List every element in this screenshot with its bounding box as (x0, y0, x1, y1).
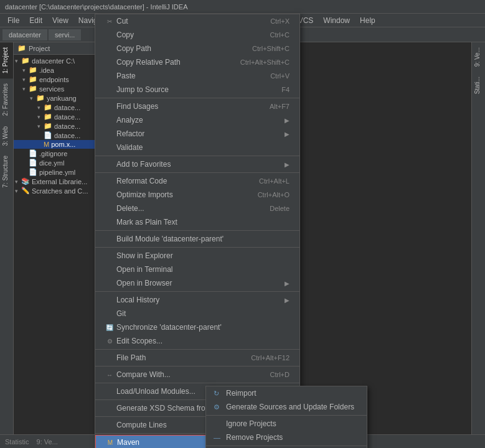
cm-copy-label: Copy (116, 30, 134, 39)
folder-icon: 📁 (29, 75, 37, 83)
folder-icon: 📁 (21, 57, 30, 65)
tree-label: yankuang (47, 95, 77, 102)
msub-gen-sources[interactable]: ⚙ Generate Sources and Update Folders (206, 400, 367, 414)
right-tab-statistic[interactable]: Stati... (472, 72, 485, 99)
cm-compare-shortcut: Ctrl+D (270, 371, 290, 378)
scratches-icon: ✏️ (21, 187, 30, 195)
cm-filepath-label: File Path (116, 353, 146, 362)
msub-reimport-label: Reimport (226, 389, 257, 398)
cm-mark-plain[interactable]: Mark as Plain Text (95, 215, 299, 229)
cm-copy-shortcut: Ctrl+C (270, 31, 290, 39)
cm-browser-label: Open in Browser (116, 279, 172, 287)
cm-open-browser[interactable]: Open in Browser ▶ (95, 276, 299, 290)
right-sidebar-tabs: 9: Ve... Stati... (471, 42, 485, 448)
cm-add-favorites[interactable]: Add to Favorites ▶ (95, 157, 299, 171)
sidebar-tab-project[interactable]: 1: Project (0, 42, 13, 78)
maven-menu-icon: M (106, 439, 115, 446)
tree-label: pom.x... (51, 141, 75, 148)
tree-label: .gitignore (39, 150, 67, 157)
tree-arrow: ▾ (22, 86, 29, 92)
cm-paste-label: Paste (116, 72, 136, 80)
sidebar-tab-web[interactable]: 3: Web (0, 121, 13, 151)
scopes-icon: ⚙ (105, 338, 114, 345)
menu-view[interactable]: View (47, 15, 73, 26)
cm-validate[interactable]: Validate (95, 141, 299, 154)
cm-compare-with[interactable]: ↔Compare With... Ctrl+D (95, 368, 299, 381)
tab-datacenter[interactable]: datacenter (2, 29, 47, 40)
status-ve[interactable]: 9: Ve... (37, 438, 58, 446)
cm-terminal-label: Open in Terminal (116, 265, 173, 274)
tree-label: External Librarie... (32, 178, 87, 185)
library-icon: 📚 (21, 177, 30, 185)
cm-file-path[interactable]: File Path Ctrl+Alt+F12 (95, 351, 299, 365)
cm-validate-label: Validate (116, 143, 143, 152)
cm-reformat[interactable]: Reformat Code Ctrl+Alt+L (95, 174, 299, 188)
tree-arrow: ▾ (15, 58, 21, 64)
folder-icon: 📁 (29, 66, 37, 74)
cm-jump-source[interactable]: Jump to Source F4 (95, 83, 299, 96)
cm-analyze[interactable]: Analyze ▶ (95, 113, 299, 127)
project-label: Project (29, 45, 50, 52)
cm-plain-label: Mark as Plain Text (116, 218, 177, 226)
menu-help[interactable]: Help (355, 15, 380, 26)
cm-paste[interactable]: Paste Ctrl+V (95, 69, 299, 83)
cm-copy-relative-path[interactable]: Copy Relative Path Ctrl+Alt+Shift+C (95, 55, 299, 69)
cm-sep4 (95, 230, 299, 231)
tab-servi[interactable]: servi... (49, 29, 81, 40)
cm-git[interactable]: Git (95, 307, 299, 320)
status-statistic[interactable]: Statistic (5, 438, 29, 446)
cm-build-module[interactable]: Build Module 'datacenter-parent' (95, 232, 299, 246)
cm-find-usages[interactable]: Find Usages Alt+F7 (95, 100, 299, 113)
folder-icon: 📁 (36, 94, 45, 102)
file-icon: 📄 (44, 131, 52, 139)
cm-modules-label: Load/Unload Modules... (116, 387, 195, 396)
cm-refactor[interactable]: Refactor ▶ (95, 127, 299, 141)
gen-sources-icon: ⚙ (214, 403, 222, 411)
tree-label: datace... (54, 104, 80, 111)
msub-remove-projects[interactable]: — Remove Projects (206, 431, 367, 444)
favorites-arrow: ▶ (285, 161, 290, 168)
cm-optimize-imports[interactable]: Optimize Imports Ctrl+Alt+O (95, 188, 299, 202)
cm-open-terminal[interactable]: Open in Terminal (95, 263, 299, 276)
menu-file[interactable]: File (2, 15, 24, 26)
tree-arrow (22, 169, 29, 175)
msub-reimport[interactable]: ↻ Reimport (206, 386, 367, 400)
cm-local-history[interactable]: Local History ▶ (95, 293, 299, 307)
cm-sep6 (95, 291, 299, 292)
cm-show-explorer[interactable]: Show in Explorer (95, 249, 299, 263)
tree-label: datacenter C:\ (32, 57, 75, 65)
cm-paste-shortcut: Ctrl+V (270, 72, 290, 80)
cm-edit-scopes[interactable]: ⚙Edit Scopes... (95, 334, 299, 348)
sidebar-tab-favorites[interactable]: 2: Favorites (0, 78, 13, 121)
cm-reformat-label: Reformat Code (116, 177, 167, 185)
cm-sync-label: Synchronize 'datacenter-parent' (116, 323, 222, 332)
cm-optimize-label: Optimize Imports (116, 190, 173, 199)
cm-copy[interactable]: Copy Ctrl+C (95, 28, 299, 42)
msub-remove-label: Remove Projects (226, 433, 283, 442)
cm-sep1 (95, 98, 299, 98)
sidebar-tab-structure[interactable]: 7: Structure (0, 151, 13, 193)
cm-optimize-shortcut: Ctrl+Alt+O (258, 191, 290, 198)
context-menu: ✂Cut Ctrl+X Copy Ctrl+C Copy Path Ctrl+S… (95, 14, 300, 448)
cm-synchronize[interactable]: 🔄Synchronize 'datacenter-parent' (95, 320, 299, 334)
cm-copy-rel-label: Copy Relative Path (116, 58, 181, 67)
cm-delete[interactable]: Delete... Delete (95, 202, 299, 215)
cm-favorites-label: Add to Favorites (116, 160, 171, 169)
tree-arrow: ▾ (15, 179, 21, 185)
menu-edit[interactable]: Edit (24, 15, 47, 26)
msub-sep2 (206, 446, 367, 446)
cm-find-shortcut: Alt+F7 (270, 103, 290, 110)
tree-label: dice.yml (39, 159, 64, 167)
tree-label: endpoints (39, 76, 69, 83)
analyze-arrow: ▶ (285, 117, 290, 124)
cm-compare-label: Compare With... (116, 370, 171, 379)
cm-cut[interactable]: ✂Cut Ctrl+X (95, 14, 299, 28)
cm-sep2 (95, 156, 299, 156)
cm-copy-path[interactable]: Copy Path Ctrl+Shift+C (95, 42, 299, 55)
msub-ignore-projects[interactable]: Ignore Projects (206, 417, 367, 431)
sync-icon: 🔄 (105, 324, 114, 331)
menu-window[interactable]: Window (318, 15, 355, 26)
cm-scopes-label: Edit Scopes... (116, 337, 162, 345)
maven-submenu: ↻ Reimport ⚙ Generate Sources and Update… (205, 386, 367, 448)
right-tab-ve[interactable]: 9: Ve... (472, 42, 485, 72)
